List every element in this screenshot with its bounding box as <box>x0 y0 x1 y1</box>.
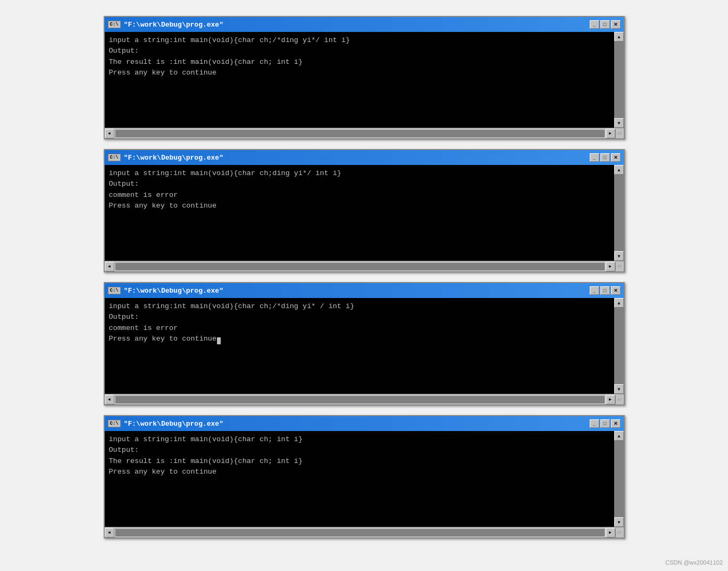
console-window-2: C:\"F:\work\Debug\prog.exe"_□✕input a st… <box>104 149 625 272</box>
vertical-scrollbar[interactable]: ▲▼ <box>614 298 624 394</box>
minimize-button[interactable]: _ <box>590 419 599 428</box>
horizontal-scrollbar[interactable]: ◄►// <box>105 261 624 271</box>
console-line: Press any key to continue <box>109 467 610 477</box>
maximize-button[interactable]: □ <box>600 153 610 162</box>
console-line: The result is :int main(void){char ch; i… <box>109 456 610 467</box>
console-window-1: C:\"F:\work\Debug\prog.exe"_□✕input a st… <box>104 16 625 139</box>
scroll-right-arrow[interactable]: ► <box>606 129 615 138</box>
title-bar: C:\"F:\work\Debug\prog.exe"_□✕ <box>105 150 624 165</box>
console-line: Output: <box>109 46 610 56</box>
scroll-track <box>615 42 624 118</box>
resize-corner: // <box>615 395 624 404</box>
console-line: Press any key to continue <box>109 334 610 344</box>
resize-corner: // <box>615 262 624 271</box>
resize-corner: // <box>615 129 624 138</box>
scroll-down-arrow[interactable]: ▼ <box>614 384 624 394</box>
console-window-4: C:\"F:\work\Debug\prog.exe"_□✕input a st… <box>104 415 625 539</box>
console-line: The result is :int main(void){char ch; i… <box>109 57 610 68</box>
console-line: Output: <box>109 179 610 189</box>
watermark: CSDN @wx20041102 <box>665 559 723 566</box>
scroll-right-arrow[interactable]: ► <box>606 262 615 271</box>
scroll-h-track <box>115 396 605 403</box>
console-line: input a string:int main(void){char ch;/*… <box>109 35 610 46</box>
title-bar: C:\"F:\work\Debug\prog.exe"_□✕ <box>105 17 624 32</box>
console-line: Output: <box>109 312 610 322</box>
scroll-left-arrow[interactable]: ◄ <box>105 395 114 404</box>
console-line: input a string:int main(void){char ch;/*… <box>109 301 610 312</box>
maximize-button[interactable]: □ <box>600 419 610 428</box>
console-line: Output: <box>109 445 610 456</box>
title-bar: C:\"F:\work\Debug\prog.exe"_□✕ <box>105 416 624 431</box>
scroll-track <box>615 441 624 517</box>
scroll-down-arrow[interactable]: ▼ <box>614 517 624 527</box>
minimize-button[interactable]: _ <box>590 286 599 295</box>
maximize-button[interactable]: □ <box>600 20 610 29</box>
window-title: "F:\work\Debug\prog.exe" <box>124 287 223 295</box>
vertical-scrollbar[interactable]: ▲▼ <box>614 165 624 261</box>
vertical-scrollbar[interactable]: ▲▼ <box>614 431 624 527</box>
scroll-right-arrow[interactable]: ► <box>606 528 615 537</box>
cmd-icon: C:\ <box>108 287 121 294</box>
window-title: "F:\work\Debug\prog.exe" <box>124 420 223 428</box>
console-output: input a string:int main(void){char ch; i… <box>105 431 614 527</box>
title-bar: C:\"F:\work\Debug\prog.exe"_□✕ <box>105 283 624 298</box>
scroll-h-track <box>115 529 605 536</box>
minimize-button[interactable]: _ <box>590 153 599 162</box>
scroll-track <box>615 308 624 384</box>
text-cursor <box>217 337 221 344</box>
cmd-icon: C:\ <box>108 420 121 427</box>
cmd-icon: C:\ <box>108 154 121 161</box>
console-line: Press any key to continue <box>109 201 610 211</box>
horizontal-scrollbar[interactable]: ◄►// <box>105 128 624 138</box>
cmd-icon: C:\ <box>108 21 121 28</box>
close-button[interactable]: ✕ <box>611 286 621 295</box>
console-line: input a string:int main(void){char ch;di… <box>109 168 610 179</box>
scroll-left-arrow[interactable]: ◄ <box>105 528 114 537</box>
close-button[interactable]: ✕ <box>611 153 621 162</box>
console-line: comment is error <box>109 190 610 201</box>
maximize-button[interactable]: □ <box>600 286 610 295</box>
console-line: input a string:int main(void){char ch; i… <box>109 434 610 445</box>
scroll-up-arrow[interactable]: ▲ <box>614 298 624 308</box>
scroll-up-arrow[interactable]: ▲ <box>614 431 624 441</box>
scroll-track <box>615 175 624 251</box>
horizontal-scrollbar[interactable]: ◄►// <box>105 527 624 537</box>
scroll-left-arrow[interactable]: ◄ <box>105 129 114 138</box>
scroll-right-arrow[interactable]: ► <box>606 395 615 404</box>
window-title: "F:\work\Debug\prog.exe" <box>124 154 223 162</box>
console-output: input a string:int main(void){char ch;/*… <box>105 298 614 394</box>
resize-corner: // <box>615 528 624 537</box>
scroll-down-arrow[interactable]: ▼ <box>614 251 624 261</box>
scroll-up-arrow[interactable]: ▲ <box>614 165 624 175</box>
scroll-h-track <box>115 263 605 270</box>
vertical-scrollbar[interactable]: ▲▼ <box>614 32 624 128</box>
console-window-3: C:\"F:\work\Debug\prog.exe"_□✕input a st… <box>104 282 625 406</box>
horizontal-scrollbar[interactable]: ◄►// <box>105 394 624 404</box>
scroll-h-track <box>115 130 605 137</box>
scroll-up-arrow[interactable]: ▲ <box>614 32 624 42</box>
scroll-down-arrow[interactable]: ▼ <box>614 118 624 128</box>
scroll-left-arrow[interactable]: ◄ <box>105 262 114 271</box>
console-output: input a string:int main(void){char ch;di… <box>105 165 614 261</box>
close-button[interactable]: ✕ <box>611 419 621 428</box>
console-line: Press any key to continue <box>109 68 610 78</box>
console-line: comment is error <box>109 323 610 334</box>
console-output: input a string:int main(void){char ch;/*… <box>105 32 614 128</box>
window-title: "F:\work\Debug\prog.exe" <box>124 21 223 29</box>
minimize-button[interactable]: _ <box>590 20 599 29</box>
close-button[interactable]: ✕ <box>611 20 621 29</box>
